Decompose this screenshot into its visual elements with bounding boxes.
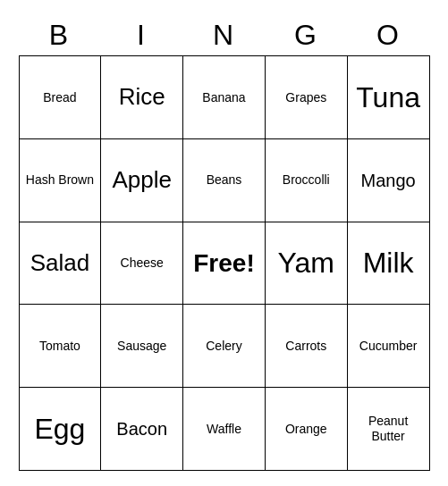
bingo-header: BINGO	[19, 15, 430, 55]
grid-cell-1-4: Mango	[348, 139, 430, 222]
header-letter-G: G	[266, 15, 348, 55]
grid-cell-4-3: Orange	[266, 388, 348, 471]
grid-cell-4-1: Bacon	[101, 388, 183, 471]
grid-cell-3-3: Carrots	[266, 305, 348, 388]
header-letter-B: B	[19, 15, 101, 55]
grid-cell-2-2: Free!	[183, 222, 266, 306]
grid-cell-1-2: Beans	[183, 139, 266, 222]
grid-cell-4-4: Peanut Butter	[348, 388, 430, 471]
grid-cell-2-0: Salad	[20, 222, 102, 306]
header-letter-N: N	[183, 15, 266, 55]
header-letter-I: I	[101, 15, 183, 55]
grid-cell-0-4: Tuna	[348, 56, 430, 139]
grid-cell-2-4: Milk	[348, 222, 430, 306]
grid-cell-2-3: Yam	[266, 222, 348, 306]
grid-cell-3-0: Tomato	[20, 305, 102, 388]
grid-cell-0-2: Banana	[183, 56, 266, 139]
header-letter-O: O	[348, 15, 430, 55]
grid-cell-3-1: Sausage	[101, 305, 183, 388]
grid-cell-0-0: Bread	[20, 56, 102, 139]
grid-cell-1-3: Broccolli	[266, 139, 348, 222]
grid-cell-4-0: Egg	[20, 388, 102, 471]
bingo-card: BINGO BreadRiceBananaGrapesTunaHash Brow…	[19, 15, 430, 471]
grid-cell-0-1: Rice	[101, 56, 183, 139]
grid-cell-3-2: Celery	[183, 305, 266, 388]
grid-cell-4-2: Waffle	[183, 388, 266, 471]
bingo-grid: BreadRiceBananaGrapesTunaHash BrownApple…	[19, 55, 430, 471]
grid-cell-1-0: Hash Brown	[20, 139, 102, 222]
grid-cell-3-4: Cucumber	[348, 305, 430, 388]
grid-cell-0-3: Grapes	[266, 56, 348, 139]
grid-cell-2-1: Cheese	[101, 222, 183, 306]
grid-cell-1-1: Apple	[101, 139, 183, 222]
